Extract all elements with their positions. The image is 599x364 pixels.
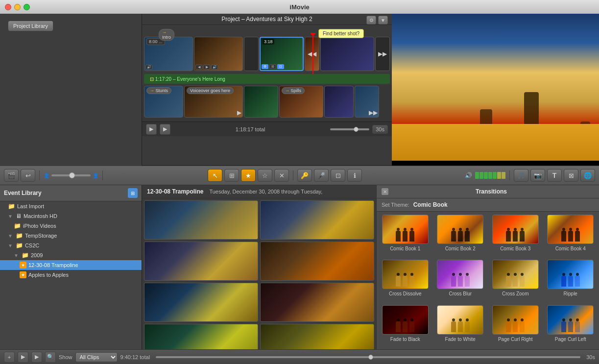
time-slider[interactable] [156, 356, 580, 358]
clip-2[interactable]: ◀ ▶ 🔊 [194, 37, 243, 71]
transition-page-curl-left[interactable]: Page Curl Left [545, 305, 597, 346]
clip-voiceover[interactable]: Voiceover goes here ▶ [184, 86, 243, 118]
play-from-start-button[interactable]: ▶ [18, 352, 28, 363]
transition-comic-book-2[interactable]: Comic Book 2 [435, 215, 486, 256]
transition-tool-button[interactable]: ⊠ [564, 169, 578, 182]
transition-page-curl-right[interactable]: Page Curl Right [490, 305, 541, 346]
play-button[interactable]: ▶ [146, 124, 157, 135]
computer-icon: 🖥 [16, 213, 22, 219]
clip-stunts[interactable]: Stunts [144, 86, 183, 118]
project-controls[interactable]: ⚙ ▼ [366, 16, 388, 24]
pointer-tool-button[interactable]: ↖ [208, 169, 222, 182]
transition-cross-dissolve[interactable]: Cross Dissolve [380, 260, 431, 301]
transition-label-comic-2: Comic Book 2 [445, 246, 476, 251]
video-thumb-2[interactable] [260, 200, 374, 240]
arrow-button[interactable]: ↩ [21, 169, 35, 182]
maps-tool-button[interactable]: 🌐 [580, 169, 595, 182]
close-button[interactable] [5, 4, 11, 10]
play-full-button[interactable]: ▶ [160, 124, 170, 135]
clip-1[interactable]: 8:00 ... 🔊 [144, 37, 193, 71]
window-controls[interactable] [5, 4, 30, 10]
clip-mid-2[interactable] [324, 86, 354, 118]
keyword-button[interactable]: 🔑 [297, 169, 312, 182]
video-thumb-6[interactable] [260, 283, 374, 322]
video-thumb-7[interactable] [144, 324, 258, 349]
reject-button[interactable]: ✕ [274, 169, 289, 182]
video-thumb-1[interactable] [144, 200, 258, 240]
total-time-label: 9:40:12 total [120, 354, 150, 360]
transition-thumb-cross-dissolve [382, 260, 429, 289]
timeline-row-2: Stunts Voiceover goes here ▶ Spills ▶▶ [142, 85, 392, 121]
video-thumb-4[interactable] [260, 242, 374, 281]
video-grid [142, 198, 376, 349]
transition-fade-white[interactable]: Fade to White [435, 305, 486, 346]
event-library-toggle[interactable]: ⊞ [128, 188, 138, 198]
tree-item-iphoto[interactable]: 📁 iPhoto Videos [0, 221, 142, 231]
transition-comic-book-3[interactable]: Comic Book 3 [490, 215, 541, 256]
video-thumb-5[interactable] [144, 283, 258, 322]
rate-favorite-button[interactable]: ★ [241, 169, 256, 182]
show-label: Show [59, 354, 72, 360]
title-tool-button[interactable]: T [547, 169, 562, 182]
intro-tag: Intro [159, 29, 174, 41]
camera-button[interactable]: 🎬 [4, 169, 19, 182]
clip-5[interactable] [320, 37, 374, 71]
clip-selected[interactable]: 3:18 ⚙ ⊠ ⊡ [260, 37, 304, 71]
transitions-close-button[interactable]: ✕ [382, 188, 388, 195]
minimize-button[interactable] [14, 4, 21, 10]
theme-label: Set Theme: [382, 202, 409, 208]
video-thumb-8[interactable] [260, 324, 374, 349]
project-settings-button[interactable]: ⚙ [366, 16, 376, 24]
video-preview [392, 14, 599, 166]
show-select[interactable]: All Clips Favorites Unfavorites [75, 352, 118, 362]
transition-label-fade-white: Fade to White [445, 337, 476, 342]
star-badge-apples: ★ [20, 271, 26, 278]
audio-tool-button[interactable]: 🎵 [514, 169, 528, 182]
tree-item-last-import[interactable]: 📁 Last Import [0, 201, 142, 211]
transition-comic-book-1[interactable]: Comic Book 1 [380, 215, 431, 256]
inspector-button[interactable]: ℹ [347, 169, 362, 182]
clip-mid-3[interactable]: ▶▶ [355, 86, 379, 118]
clip-nav-left[interactable]: ◀◀ [305, 37, 319, 71]
time-slider-thumb [368, 355, 373, 360]
clip-nav-right[interactable]: ▶▶ [375, 37, 390, 71]
clip-spills[interactable]: Spills [279, 86, 323, 118]
search-button[interactable]: 🔍 [45, 352, 56, 363]
folder-icon: 📁 [8, 203, 15, 210]
tree-item-trampoline[interactable]: ★ 12-30-08 Trampoline [0, 260, 142, 270]
transition-cross-zoom[interactable]: Cross Zoom [490, 260, 541, 301]
video-thumb-3[interactable] [144, 242, 258, 281]
transition-cross-blur[interactable]: Cross Blur [435, 260, 486, 301]
folder-icon-3: 📁 [16, 232, 23, 239]
transition-label-cross-dissolve: Cross Dissolve [389, 291, 422, 296]
playhead-arrow [310, 33, 316, 37]
playhead[interactable] [312, 35, 313, 74]
content-header: 12-30-08 Trampoline Tuesday, December 30… [142, 185, 376, 198]
project-library-button[interactable]: Project Library [8, 21, 53, 31]
tree-item-2009[interactable]: ▼ 📁 2009 [0, 250, 142, 260]
main-container: Project Library Project – Adventures at … [0, 14, 599, 364]
crop-tool-button[interactable]: ⊞ [224, 169, 239, 182]
transition-comic-book-4[interactable]: Comic Book 4 [545, 215, 597, 256]
tree-item-apples[interactable]: ★ Apples to Apples [0, 270, 142, 280]
add-event-button[interactable]: + [4, 352, 15, 363]
toolbar-sep-3 [293, 170, 293, 180]
zoom-slider[interactable]: 👤 👤 [44, 173, 98, 178]
maximize-button[interactable] [24, 4, 30, 10]
transition-fade-black[interactable]: Fade to Black [380, 305, 431, 346]
play-fullscreen-button[interactable]: ▶ [31, 352, 42, 363]
microphone-button[interactable]: 🎤 [314, 169, 329, 182]
tree-item-tempstorage[interactable]: ▼ 📁 TempStorage [0, 231, 142, 241]
star-badge-trampoline: ★ [20, 262, 26, 268]
project-share-button[interactable]: ▼ [378, 16, 388, 24]
tree-item-macintosh[interactable]: ▼ 🖥 Macintosh HD [0, 211, 142, 221]
transition-ripple[interactable]: Ripple [545, 260, 597, 301]
transition-thumb-ripple [547, 260, 594, 289]
clip-mid-1[interactable] [244, 86, 278, 118]
tree-item-cs2c[interactable]: ▼ 📁 CS2C [0, 241, 142, 250]
tree-label-cs2c: CS2C [25, 243, 39, 248]
rate-unrate-button[interactable]: ☆ [258, 169, 272, 182]
crop2-button[interactable]: ⊡ [331, 169, 345, 182]
clip-transition-1[interactable] [244, 37, 259, 71]
photo-tool-button[interactable]: 📷 [530, 169, 545, 182]
